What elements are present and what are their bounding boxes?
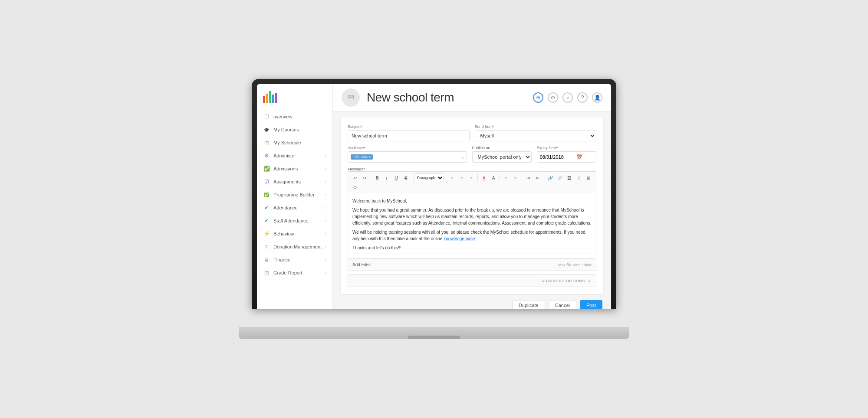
add-files-button[interactable]: Add Files [352, 262, 371, 267]
sidebar-label-behaviour: Behaviour [273, 231, 322, 236]
highlight-button[interactable]: A [489, 173, 498, 182]
unlink-button[interactable]: 🔗 [556, 173, 564, 182]
calendar-icon: 📅 [576, 154, 582, 160]
message-signature: Mr Conner [352, 254, 592, 254]
assignments-chevron: › [325, 180, 326, 184]
overview-icon: ☐ [263, 113, 270, 120]
indent-button[interactable]: ⇥ [524, 173, 533, 182]
message-para2: We will be holding training sessions wit… [352, 229, 592, 242]
laptop-wrapper: ☐ overview 🎓 My Courses 📋 My Schedule ⚙ … [239, 79, 629, 339]
donation-chevron: › [325, 245, 326, 249]
outdent-button[interactable]: ⇤ [533, 173, 542, 182]
message-greeting: Welcome back to MySchool, [352, 198, 592, 204]
send-from-select[interactable]: Myself [475, 130, 597, 141]
user-action-button[interactable]: ⊙ [548, 92, 558, 103]
staff-attendance-chevron: › [325, 219, 326, 223]
editor-body[interactable]: Welcome back to MySchool, We hope that y… [348, 193, 596, 254]
sidebar-label-programme: Programme Builder [273, 192, 322, 197]
finance-icon: 🏛 [263, 256, 270, 263]
sidebar-item-programme-builder[interactable]: ✅ Programme Builder › [257, 188, 332, 201]
sidebar: ☐ overview 🎓 My Courses 📋 My Schedule ⚙ … [257, 84, 333, 309]
sidebar-item-finance[interactable]: 🏛 Finance › [257, 253, 332, 266]
subject-input[interactable] [348, 130, 470, 141]
main-content: ✉ New school term ⊕ ⊙ ⌕ ? 👤 [333, 84, 611, 309]
sidebar-label-my-courses: My Courses [273, 127, 326, 132]
bullet-list-button[interactable]: ≡ [502, 173, 510, 182]
send-from-label: Send from* [475, 124, 597, 129]
code-button[interactable]: <> [351, 183, 359, 192]
file-area: Add Files Max file size: 128M [348, 258, 596, 271]
sidebar-item-my-schedule[interactable]: 📋 My Schedule [257, 136, 332, 149]
sidebar-item-grade-report[interactable]: 📋 Grade Report › [257, 266, 332, 279]
sidebar-item-my-courses[interactable]: 🎓 My Courses [257, 123, 332, 136]
duplicate-button[interactable]: Duplicate [512, 300, 545, 309]
admissions-chevron: › [325, 167, 326, 171]
search-action-button[interactable]: ⌕ [562, 92, 573, 103]
audience-row: Audience* 109 Users ⌕ Publish on MySchoo… [348, 146, 596, 163]
expiry-date-wrap[interactable]: 📅 [537, 151, 596, 163]
sidebar-label-my-schedule: My Schedule [273, 140, 326, 145]
table-button[interactable]: ⊞ [584, 173, 593, 182]
text-color-button[interactable]: A [480, 173, 488, 182]
profile-action-button[interactable]: 👤 [592, 92, 602, 103]
publish-on-select[interactable]: MySchool portal only [472, 151, 532, 163]
bold-button[interactable]: B [373, 173, 381, 182]
message-group: Message* [348, 167, 596, 171]
expiry-date-input[interactable] [540, 154, 575, 160]
audience-group: Audience* 109 Users ⌕ [348, 146, 467, 163]
my-schedule-icon: 📋 [263, 139, 270, 146]
align-center-button[interactable]: ≡ [457, 173, 466, 182]
behaviour-icon: ⚡ [263, 230, 270, 237]
sidebar-item-administer[interactable]: ⚙ Administer › [257, 149, 332, 162]
sidebar-label-administer: Administer [273, 153, 322, 158]
audience-label: Audience* [348, 146, 467, 150]
sidebar-item-admissions[interactable]: ✅ Admissions › [257, 162, 332, 175]
align-right-button[interactable]: ≡ [467, 173, 476, 182]
form-area: Subject* Send from* Myself [333, 111, 611, 309]
sidebar-item-donation[interactable]: © Donation Management › [257, 240, 332, 253]
undo-button[interactable]: ↩ [351, 173, 359, 182]
underline-button[interactable]: U [392, 173, 401, 182]
donation-icon: © [263, 243, 270, 250]
logo-bar-5 [275, 93, 277, 103]
italic-button[interactable]: I [382, 173, 391, 182]
link-button[interactable]: 🔗 [546, 173, 555, 182]
numbered-list-button[interactable]: ≡ [511, 173, 520, 182]
sidebar-label-finance: Finance [273, 257, 322, 262]
paragraph-select[interactable]: Paragraph [414, 173, 444, 182]
logo-bar-4 [272, 95, 274, 103]
sidebar-item-behaviour[interactable]: ⚡ Behaviour › [257, 227, 332, 240]
help-action-button[interactable]: ? [577, 92, 588, 103]
max-file-size-label: Max file size: 128M [558, 263, 592, 267]
logo-bar-2 [266, 94, 268, 103]
audience-search-icon: ⌕ [461, 155, 464, 160]
mail-icon: ✉ [348, 93, 354, 102]
image-button[interactable]: 🖼 [565, 173, 574, 182]
redo-button[interactable]: ↪ [360, 173, 369, 182]
subject-label: Subject* [348, 124, 470, 129]
top-actions: ⊕ ⊙ ⌕ ? 👤 [533, 92, 602, 103]
editor-toolbar: ↩ ↪ B I U S Paragraph ≡ [348, 171, 596, 193]
grade-icon: 📋 [263, 269, 270, 276]
subject-sendfrom-row: Subject* Send from* Myself [348, 124, 596, 141]
screen-content: ☐ overview 🎓 My Courses 📋 My Schedule ⚙ … [257, 84, 611, 309]
cancel-button[interactable]: Cancel [549, 300, 576, 309]
sidebar-label-assignments: Assignments [273, 179, 322, 184]
subject-group: Subject* [348, 124, 470, 141]
sidebar-item-attendance[interactable]: ✔ Attendance › [257, 201, 332, 214]
logo-bar-3 [269, 91, 271, 103]
italic2-button[interactable]: I [575, 173, 583, 182]
sidebar-item-assignments[interactable]: ☑ Assignments › [257, 175, 332, 188]
toolbar-divider-7 [544, 174, 544, 181]
align-left-button[interactable]: ≡ [448, 173, 457, 182]
advanced-options-bar[interactable]: ADVANCED OPTIONS ∨ [348, 274, 596, 287]
knowledge-base-link[interactable]: knowledge base [444, 236, 475, 241]
add-action-button[interactable]: ⊕ [533, 92, 543, 103]
audience-input-wrap[interactable]: 109 Users ⌕ [348, 151, 467, 163]
sidebar-label-admissions: Admissions [273, 166, 322, 171]
strikethrough-button[interactable]: S [401, 173, 410, 182]
sidebar-item-overview[interactable]: ☐ overview [257, 110, 332, 123]
my-courses-icon: 🎓 [263, 126, 270, 133]
sidebar-item-staff-attendance[interactable]: ✔ Staff Attendance › [257, 214, 332, 227]
post-button[interactable]: Post [580, 300, 602, 309]
